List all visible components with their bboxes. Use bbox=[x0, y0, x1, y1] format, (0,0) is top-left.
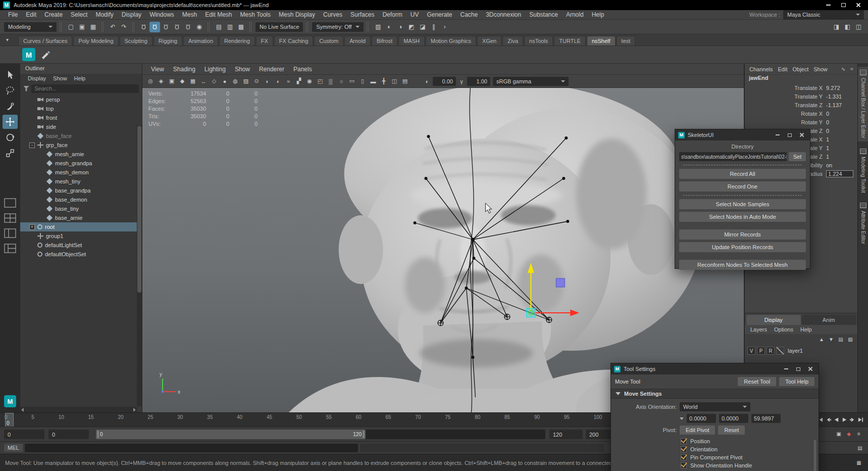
menu-item[interactable]: Arnold bbox=[562, 10, 588, 20]
symmetry-dropdown[interactable]: Symmetry: Off bbox=[312, 22, 364, 32]
wireframe-on-shaded-icon[interactable]: ◍ bbox=[230, 76, 240, 86]
image-plane-icon[interactable]: ▦ bbox=[188, 76, 198, 86]
toolbar-grip[interactable] bbox=[367, 22, 370, 32]
viewport-menu-item[interactable]: Renderer bbox=[254, 66, 289, 73]
frame-tick[interactable]: 30 bbox=[177, 414, 183, 420]
undo-icon[interactable]: ↶ bbox=[108, 22, 118, 32]
tool-settings-scrollbar[interactable] bbox=[813, 439, 817, 471]
menu-item[interactable]: File bbox=[4, 10, 22, 20]
viewport-menu-item[interactable]: Lighting bbox=[200, 66, 230, 73]
toolbar-grip[interactable] bbox=[132, 22, 135, 32]
menu-item[interactable]: Surfaces bbox=[346, 10, 378, 20]
checkbox-row[interactable]: Show Orientation Handle bbox=[616, 461, 813, 469]
frame-tick[interactable]: 90 bbox=[534, 414, 540, 420]
channel-value[interactable]: on bbox=[826, 162, 857, 168]
scrollbar-thumb[interactable] bbox=[813, 440, 816, 471]
textured-display-icon[interactable]: ▨ bbox=[241, 76, 251, 86]
redo-icon[interactable]: ↷ bbox=[119, 22, 129, 32]
outliner-item[interactable]: base_face bbox=[20, 131, 142, 140]
move-settings-section-header[interactable]: Move Settings bbox=[611, 389, 819, 399]
speed-manip-icon[interactable]: ≈ bbox=[848, 65, 856, 73]
new-scene-icon[interactable]: ▢ bbox=[66, 22, 76, 32]
channel-box-toggle-icon[interactable]: ◫ bbox=[853, 22, 864, 32]
shelf-item-icon[interactable] bbox=[39, 48, 52, 62]
snap-to-grid-icon[interactable]: Ω bbox=[138, 22, 149, 32]
channel-box-menu-item[interactable]: Edit bbox=[775, 66, 790, 72]
playback-end-field[interactable]: 120 bbox=[549, 430, 583, 439]
gamma-icon[interactable]: γ bbox=[456, 76, 467, 86]
maximize-button[interactable] bbox=[793, 365, 803, 372]
frame-tick[interactable]: 70 bbox=[415, 414, 421, 420]
checkbox-checked-icon[interactable] bbox=[681, 454, 687, 460]
maximize-button[interactable] bbox=[837, 1, 850, 9]
viewport-menu-item[interactable]: Show bbox=[230, 66, 254, 73]
menu-item[interactable]: Cache bbox=[456, 10, 482, 20]
shelf-tab[interactable]: Rigging bbox=[154, 36, 182, 45]
frame-tick[interactable]: 80 bbox=[475, 414, 480, 420]
menu-item[interactable]: Select bbox=[67, 10, 91, 20]
frame-tick[interactable]: 95 bbox=[564, 414, 570, 420]
select-camera-icon[interactable]: ◎ bbox=[145, 76, 156, 86]
channel-name[interactable]: Rotate X bbox=[745, 111, 826, 117]
checkbox-checked-icon[interactable] bbox=[681, 446, 687, 452]
construction-history-icon[interactable]: ▩ bbox=[236, 22, 246, 32]
lasso-tool-icon[interactable] bbox=[3, 83, 18, 98]
reset-pivot-button[interactable]: Reset bbox=[718, 426, 745, 435]
outliner-item[interactable]: top bbox=[20, 104, 142, 113]
tool-settings-toggle-icon[interactable]: ◧ bbox=[842, 22, 853, 32]
window-title-bar[interactable]: M SkeletorUI bbox=[675, 129, 810, 140]
outliner-horizontal-scrollbar[interactable] bbox=[20, 407, 137, 412]
title-bar[interactable]: M Autodesk Maya 2019: C:\Users\wnsch\Doc… bbox=[0, 0, 868, 10]
go-to-end-button[interactable] bbox=[857, 415, 864, 424]
checkbox-checked-icon[interactable] bbox=[681, 462, 687, 468]
menu-item[interactable]: Modify bbox=[91, 10, 117, 20]
shelf-tab[interactable]: FX Caching bbox=[274, 36, 313, 45]
colorspace-dropdown[interactable]: sRGB gamma bbox=[493, 77, 569, 86]
bookmark-view-icon[interactable]: ◆ bbox=[177, 76, 187, 86]
channel-value[interactable]: 0 bbox=[826, 111, 857, 117]
outliner-menu-item[interactable]: Display bbox=[24, 74, 49, 83]
motion-blur-icon[interactable]: ≈ bbox=[283, 76, 293, 86]
shelf-tab[interactable]: XGen bbox=[477, 36, 501, 45]
command-language-toggle[interactable]: MEL bbox=[4, 444, 23, 452]
outliner-search-input[interactable] bbox=[31, 84, 139, 93]
layer-color-swatch[interactable] bbox=[776, 347, 784, 355]
set-directory-button[interactable]: Set bbox=[789, 152, 806, 161]
step-forward-frame-button[interactable] bbox=[849, 415, 856, 424]
outliner-menu-item[interactable]: Help bbox=[71, 74, 89, 83]
channel-name[interactable]: Rotate Y bbox=[745, 119, 826, 125]
shelf-tab[interactable]: MASH bbox=[398, 36, 425, 45]
outliner-panel-title[interactable]: Outliner bbox=[20, 64, 142, 74]
use-all-lights-icon[interactable]: ⊙ bbox=[251, 76, 262, 86]
toolbar-grip[interactable] bbox=[101, 22, 105, 32]
move-tool-icon[interactable] bbox=[3, 115, 18, 129]
minimize-button[interactable] bbox=[781, 365, 791, 372]
new-empty-layer-icon[interactable]: ▤ bbox=[837, 335, 845, 343]
render-view-icon[interactable]: ▧ bbox=[373, 22, 383, 32]
outliner-menu-item[interactable]: Show bbox=[49, 74, 71, 83]
channel-value[interactable]: 1 bbox=[826, 154, 857, 160]
axis-values-menu-icon[interactable] bbox=[680, 417, 684, 420]
input-to-selected-icon[interactable]: ▤ bbox=[214, 22, 224, 32]
frame-tick[interactable]: 45 bbox=[267, 414, 272, 420]
scale-tool-icon[interactable] bbox=[3, 146, 18, 160]
layout-persp-outliner-button[interactable] bbox=[4, 244, 16, 255]
menu-item[interactable]: Create bbox=[40, 10, 67, 20]
frame-tick[interactable]: 75 bbox=[445, 414, 450, 420]
frame-tick[interactable]: 5 bbox=[31, 414, 34, 420]
isolate-select-icon[interactable]: ◰ bbox=[315, 76, 325, 86]
filter-icon[interactable] bbox=[23, 86, 29, 91]
menu-item[interactable]: Mesh bbox=[178, 10, 201, 20]
channel-name[interactable]: Translate Z bbox=[745, 102, 826, 108]
outliner-item[interactable]: base_demon bbox=[20, 195, 142, 204]
live-surface-field[interactable]: No Live Surface bbox=[256, 22, 303, 32]
channel-row[interactable]: Translate Y -1.331 bbox=[745, 92, 857, 101]
channel-box-menu-item[interactable]: Show bbox=[811, 66, 830, 72]
frame-tick[interactable]: 10 bbox=[59, 414, 64, 420]
animation-start-field[interactable]: 0 bbox=[4, 430, 44, 439]
menu-item[interactable]: Edit bbox=[22, 10, 40, 20]
frame-tick[interactable]: 65 bbox=[385, 414, 391, 420]
outliner-item[interactable]: front bbox=[20, 113, 142, 122]
shelf-tab[interactable]: test bbox=[617, 36, 636, 45]
channel-value[interactable]: -1.331 bbox=[826, 93, 857, 100]
